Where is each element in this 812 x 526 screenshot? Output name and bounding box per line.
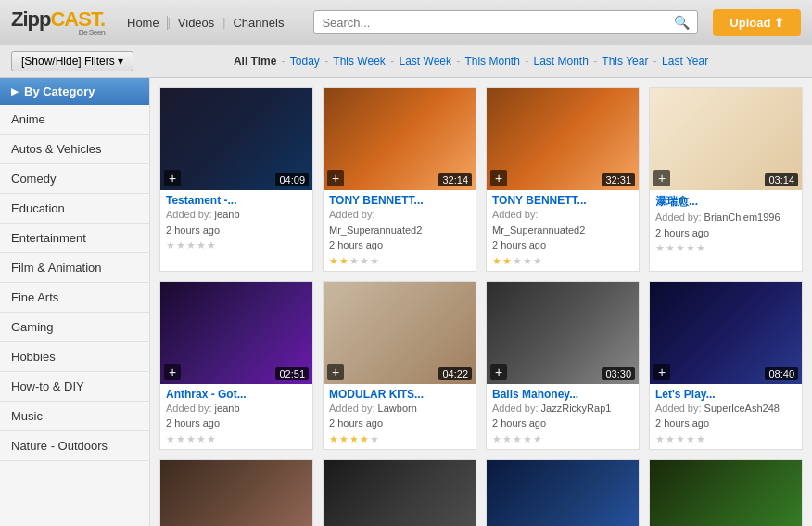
sidebar-item-gaming[interactable]: Gaming <box>0 313 149 342</box>
search-input[interactable] <box>322 16 674 30</box>
video-thumbnail[interactable]: + 27:44 <box>650 460 802 527</box>
video-add-button[interactable]: + <box>653 364 670 380</box>
video-card: + 27:44 Super Mario... Added by: Brandon… <box>649 459 803 527</box>
video-author[interactable]: Lawborn <box>378 403 417 414</box>
logo-zip: Zipp <box>11 7 50 31</box>
time-filter-thisyear[interactable]: This Year <box>602 55 648 68</box>
video-title[interactable]: TONY BENNETT... <box>329 194 470 207</box>
video-thumbnail[interactable]: + 32:14 <box>324 88 476 190</box>
video-meta: Added by: jeanb 2 hours ago <box>166 207 307 237</box>
time-filter-today[interactable]: Today <box>290 55 320 68</box>
video-add-button[interactable]: + <box>653 170 670 186</box>
video-title[interactable]: Testament -... <box>166 194 307 207</box>
sidebar-item-entertainment[interactable]: Entertainment <box>0 224 149 253</box>
video-card: + 32:14 TONY BENNETT... Added by: Mr_Sup… <box>323 87 476 272</box>
sidebar-item-music[interactable]: Music <box>0 402 149 431</box>
video-info: Anthrax - Got... Added by: jeanb 2 hours… <box>160 384 312 449</box>
video-time: 2 hours ago <box>655 227 709 238</box>
video-stars: ★★★★★ <box>329 255 470 267</box>
video-thumbnail[interactable]: + 03:30 <box>487 282 639 384</box>
video-add-button[interactable]: + <box>164 170 181 186</box>
nav-videos[interactable]: Videos <box>171 16 223 30</box>
video-duration: 04:22 <box>438 367 472 380</box>
video-time: 2 hours ago <box>166 417 220 429</box>
video-thumbnail[interactable]: + 03:14 <box>650 88 802 190</box>
video-duration: 03:30 <box>602 367 635 380</box>
time-filter-thisweek[interactable]: This Week <box>333 55 385 68</box>
video-card: + 32:31 TONY BENNETT... Added by: Mr_Sup… <box>486 87 640 272</box>
video-add-button[interactable]: + <box>327 364 344 380</box>
time-filter-lastmonth[interactable]: Last Month <box>534 55 589 68</box>
video-duration: 03:14 <box>765 173 798 186</box>
video-card: + 04:22 MODULAR KITS... Added by: Lawbor… <box>323 281 476 450</box>
video-thumbnail[interactable]: + 32:31 <box>487 88 639 190</box>
search-bar: 🔍 <box>313 10 698 34</box>
search-icon: 🔍 <box>674 15 690 30</box>
video-meta: Added by: jeanb 2 hours ago <box>166 401 307 431</box>
video-author[interactable]: JazzRickyRap1 <box>541 403 612 414</box>
video-meta: Added by: SuperIceAsh248 2 hours ago <box>655 401 796 431</box>
sidebar-item-autos[interactable]: Autos & Vehicles <box>0 135 149 164</box>
video-author[interactable]: SuperIceAsh248 <box>704 403 780 414</box>
video-info: MODULAR KITS... Added by: Lawborn 2 hour… <box>324 384 476 449</box>
nav-home[interactable]: Home <box>120 16 168 30</box>
time-filter-alltime[interactable]: All Time <box>234 55 276 68</box>
video-title[interactable]: 瀑瑞愈... <box>655 194 796 210</box>
video-add-button[interactable]: + <box>327 170 344 186</box>
video-author[interactable]: BrianChiem1996 <box>704 212 780 223</box>
video-title[interactable]: TONY BENNETT... <box>492 194 633 207</box>
sidebar-item-nature[interactable]: Nature - Outdoors <box>0 431 149 461</box>
sidebar-item-education[interactable]: Education <box>0 194 149 224</box>
video-title[interactable]: MODULAR KITS... <box>329 388 470 401</box>
sidebar: ▶ By Category Anime Autos & Vehicles Com… <box>0 78 150 526</box>
sidebar-item-howto[interactable]: How-to & DIY <box>0 372 149 402</box>
nav-channels[interactable]: Channels <box>225 16 291 30</box>
video-thumbnail[interactable]: + 08:40 <box>650 282 802 384</box>
video-info: Let's Play... Added by: SuperIceAsh248 2… <box>650 384 802 449</box>
time-filter-lastyear[interactable]: Last Year <box>662 55 708 68</box>
video-author[interactable]: Mr_Superannuated2 <box>492 225 585 236</box>
video-title[interactable]: Balls Mahoney... <box>492 388 633 401</box>
sidebar-item-finearts[interactable]: Fine Arts <box>0 283 149 313</box>
video-stars: ★★★★★ <box>166 239 307 251</box>
time-filter-thismonth[interactable]: This Month <box>464 55 519 68</box>
video-info: TONY BENNETT... Added by: Mr_Superannuat… <box>324 190 476 271</box>
video-add-button[interactable]: + <box>490 364 507 380</box>
video-thumbnail[interactable]: + 04:22 <box>324 282 476 384</box>
video-add-button[interactable]: + <box>164 364 181 380</box>
video-stars: ★★★★★ <box>492 433 633 445</box>
nav: Home | Videos | Channels <box>120 16 291 30</box>
video-card: + 03:30 Balls Mahoney... Added by: JazzR… <box>486 281 640 450</box>
video-time: 2 hours ago <box>166 225 220 236</box>
video-info: Balls Mahoney... Added by: JazzRickyRap1… <box>487 384 639 449</box>
video-title[interactable]: Let's Play... <box>655 388 796 401</box>
time-filter-lastweek[interactable]: Last Week <box>400 55 451 68</box>
sidebar-item-comedy[interactable]: Comedy <box>0 164 149 194</box>
sidebar-item-anime[interactable]: Anime <box>0 105 149 135</box>
video-thumbnail[interactable]: + 04:09 <box>160 88 312 190</box>
video-thumbnail[interactable]: + 23:11 <box>487 460 639 527</box>
video-time: 2 hours ago <box>329 417 383 429</box>
video-add-button[interactable]: + <box>490 170 507 186</box>
header: ZippCAST. Be Seen Home | Videos | Channe… <box>0 0 812 45</box>
video-author[interactable]: Mr_Superannuated2 <box>329 225 422 236</box>
sidebar-item-film[interactable]: Film & Animation <box>0 253 149 283</box>
video-stars: ★★★★★ <box>329 433 470 445</box>
video-thumbnail[interactable]: + 21:20 <box>160 460 312 527</box>
sidebar-item-hobbies[interactable]: Hobbies <box>0 342 149 372</box>
video-author[interactable]: jeanb <box>215 209 240 220</box>
video-thumbnail[interactable]: + 01:04 <box>324 460 476 527</box>
video-stars: ★★★★★ <box>655 242 796 254</box>
sidebar-header[interactable]: ▶ By Category <box>0 78 149 105</box>
video-stars: ★★★★★ <box>166 433 307 445</box>
video-author[interactable]: jeanb <box>215 403 240 414</box>
upload-button[interactable]: Upload ⬆ <box>713 9 801 36</box>
logo: ZippCAST. Be Seen <box>11 7 105 37</box>
video-thumbnail[interactable]: + 02:51 <box>160 282 312 384</box>
video-meta: Added by: Mr_Superannuated2 2 hours ago <box>492 207 633 253</box>
video-duration: 04:09 <box>275 173 309 186</box>
video-title[interactable]: Anthrax - Got... <box>166 388 307 401</box>
video-time: 2 hours ago <box>492 239 546 250</box>
video-card: + 03:14 瀑瑞愈... Added by: BrianChiem1996 … <box>649 87 803 272</box>
filter-button[interactable]: [Show/Hide] Filters ▾ <box>11 51 133 71</box>
